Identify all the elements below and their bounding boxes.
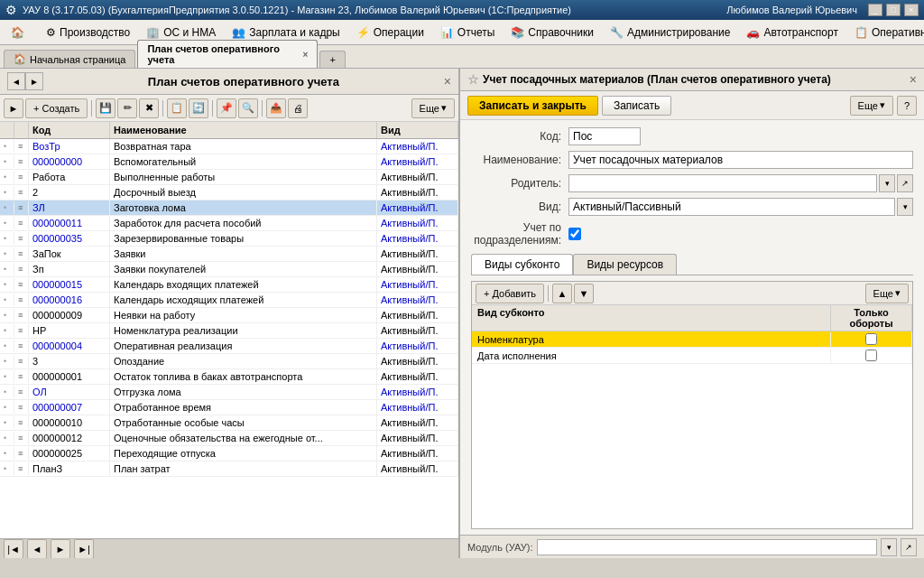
table-row[interactable]: • ≡ ЗаПок Заявки Активный/П. [0, 247, 458, 262]
menu-item-transport[interactable]: 🚗 Автотранспорт [739, 23, 845, 42]
code-input[interactable] [568, 127, 641, 145]
tab-close-icon[interactable]: × [303, 50, 309, 60]
add-subconto-button[interactable]: + Добавить [476, 284, 544, 303]
table-row[interactable]: • ≡ 000000012 Оценочные обязательства на… [0, 431, 458, 446]
table-row[interactable]: • ≡ 000000015 Календарь входящих платеже… [0, 277, 458, 293]
nav-arrows[interactable]: ◄ ► [7, 72, 43, 90]
help-button[interactable]: ? [897, 96, 917, 116]
status-nav-begin[interactable]: |◄ [4, 539, 23, 559]
delete-button[interactable]: ✖ [139, 98, 159, 118]
nav-back-button[interactable]: ◄ [7, 72, 25, 90]
nav-forward-button[interactable]: ► [25, 72, 43, 90]
menu-item-hr[interactable]: 👥 Зарплата и кадры [225, 23, 346, 42]
row-type[interactable]: Активный/П. [377, 293, 458, 307]
minimize-button[interactable]: _ [868, 4, 882, 16]
status-nav-prev[interactable]: ◄ [27, 539, 47, 559]
row-code[interactable]: 000000016 [29, 293, 110, 307]
menu-item-admin[interactable]: 🔧 Администрирование [603, 23, 737, 42]
search-button[interactable]: 🔍 [238, 98, 258, 118]
row-code[interactable]: 000000015 [29, 277, 110, 292]
save-button-right[interactable]: Записать [602, 96, 671, 116]
type-dropdown-button[interactable]: ▾ [897, 198, 913, 216]
subconto-row[interactable]: Дата исполнения [472, 348, 912, 364]
table-row[interactable]: • ≡ 000000010 Отработанные особые часы А… [0, 415, 458, 431]
tab-subconto-types[interactable]: Виды субконто [471, 254, 573, 275]
name-input[interactable] [568, 151, 913, 169]
row-type[interactable]: Активный/П. [377, 200, 458, 215]
th-name[interactable]: Наименование [110, 122, 377, 138]
create-button[interactable]: + Создать [25, 98, 88, 118]
copy-button[interactable]: 📋 [167, 98, 187, 118]
table-row[interactable]: • ≡ 000000035 Зарезервированные товары А… [0, 231, 458, 247]
table-row[interactable]: • ≡ ВозТр Возвратная тара Активный/П. [0, 139, 458, 154]
table-row[interactable]: • ≡ 000000009 Неявки на работу Активный/… [0, 308, 458, 323]
more-button[interactable]: Еще ▾ [411, 98, 455, 118]
row-code[interactable]: ОЛ [29, 385, 110, 399]
division-checkbox[interactable] [568, 228, 581, 240]
subconto-up-button[interactable]: ▲ [552, 284, 572, 303]
module-open-button[interactable]: ↗ [901, 538, 917, 556]
module-input[interactable] [537, 539, 877, 555]
table-row[interactable]: • ≡ ЗЛ Заготовка лома Активный/П. [0, 200, 458, 216]
row-type[interactable]: Активный/П. [377, 400, 458, 415]
parent-input[interactable] [568, 174, 877, 192]
row-code[interactable]: 000000011 [29, 216, 110, 230]
menu-item-operations[interactable]: ⚡ Операции [349, 23, 431, 42]
tab-chart-of-accounts[interactable]: План счетов оперативного учета × [137, 40, 318, 68]
table-row[interactable]: • ≡ 000000007 Отработанное время Активны… [0, 400, 458, 415]
row-type[interactable]: Активный/П. [377, 139, 458, 154]
menu-item-os[interactable]: 🏢 ОС и НМА [139, 23, 223, 42]
tab-resource-types[interactable]: Виды ресурсов [573, 254, 677, 275]
navigate-button[interactable]: ► [4, 98, 23, 118]
row-type[interactable]: Активный/П. [377, 216, 458, 230]
edit-button[interactable]: ✏ [117, 98, 137, 118]
export-button[interactable]: 📤 [266, 98, 286, 118]
tab-add[interactable]: + [319, 51, 345, 68]
row-code[interactable]: 000000035 [29, 231, 110, 246]
table-row[interactable]: • ≡ 000000000 Вспомогательный Активный/П… [0, 154, 458, 170]
close-button[interactable]: × [904, 4, 919, 16]
row-type[interactable]: Активный/П. [377, 385, 458, 399]
type-input[interactable] [568, 198, 895, 216]
table-row[interactable]: • ≡ ОЛ Отгрузка лома Активный/П. [0, 385, 458, 400]
subconto-checkbox[interactable] [865, 333, 877, 345]
th-code[interactable]: Код [29, 122, 110, 138]
menu-item-operative[interactable]: 📋 Оперативный учет [847, 23, 924, 42]
table-row[interactable]: • ≡ 000000001 Остаток топлива в баках ав… [0, 369, 458, 385]
favorite-icon[interactable]: ☆ [467, 72, 479, 87]
menu-item-production[interactable]: ⚙ Производство [39, 23, 137, 42]
subconto-row[interactable]: Номенклатура [472, 331, 912, 348]
pin-button[interactable]: 📌 [217, 98, 236, 118]
tab-home[interactable]: 🏠 Начальная страница [4, 50, 135, 68]
th-type[interactable]: Вид [377, 122, 458, 138]
subconto-checkbox[interactable] [865, 350, 877, 361]
table-row[interactable]: • ≡ 2 Досрочный выезд Активный/П. [0, 185, 458, 200]
status-nav-next[interactable]: ► [51, 539, 70, 559]
row-code[interactable]: 000000004 [29, 339, 110, 353]
table-row[interactable]: • ≡ 3 Опоздание Активный/П. [0, 354, 458, 369]
subconto-down-button[interactable]: ▼ [574, 284, 594, 303]
sidebar-item-home[interactable]: 🏠 [4, 23, 32, 42]
right-more-button[interactable]: Еще ▾ [850, 96, 893, 116]
status-nav-end[interactable]: ►| [74, 539, 94, 559]
module-dropdown-button[interactable]: ▾ [881, 538, 897, 556]
maximize-button[interactable]: □ [886, 4, 901, 16]
parent-open-button[interactable]: ↗ [897, 174, 913, 192]
table-row[interactable]: • ≡ 000000025 Переходящие отпуска Активн… [0, 446, 458, 461]
parent-dropdown-button[interactable]: ▾ [879, 174, 895, 192]
table-row[interactable]: • ≡ ПланЗ План затрат Активный/П. [0, 461, 458, 477]
row-type[interactable]: Активный/П. [377, 277, 458, 292]
row-type[interactable]: Активный/П. [377, 339, 458, 353]
save-close-button[interactable]: Записать и закрыть [467, 96, 598, 116]
left-panel-close-button[interactable]: × [444, 74, 451, 89]
row-code[interactable]: ЗЛ [29, 200, 110, 215]
save-button[interactable]: 💾 [96, 98, 116, 118]
row-code[interactable]: ВозТр [29, 139, 110, 154]
title-bar-right[interactable]: Любимов Валерий Юрьевич _ □ × [726, 4, 919, 16]
menu-item-references[interactable]: 📚 Справочники [504, 23, 601, 42]
table-row[interactable]: • ≡ 000000016 Календарь исходящих платеж… [0, 293, 458, 308]
subconto-more-button[interactable]: Еще ▾ [865, 284, 909, 303]
row-code[interactable]: 000000007 [29, 400, 110, 415]
table-row[interactable]: • ≡ НР Номенклатура реализации Активный/… [0, 323, 458, 339]
menu-item-reports[interactable]: 📊 Отчеты [433, 23, 502, 42]
